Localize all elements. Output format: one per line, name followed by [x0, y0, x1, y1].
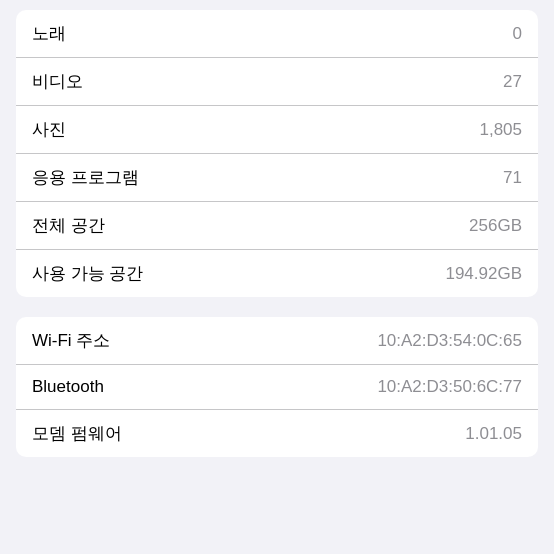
row-value: 27: [503, 72, 522, 92]
row-value: 1,805: [479, 120, 522, 140]
row-value: 1.01.05: [465, 424, 522, 444]
row-label: Bluetooth: [32, 377, 104, 397]
table-row: 응용 프로그램71: [16, 154, 538, 202]
row-value: 194.92GB: [445, 264, 522, 284]
row-label: Wi-Fi 주소: [32, 329, 110, 352]
table-row: 전체 공간256GB: [16, 202, 538, 250]
row-label: 모뎀 펌웨어: [32, 422, 122, 445]
row-value: 71: [503, 168, 522, 188]
row-label: 사용 가능 공간: [32, 262, 143, 285]
table-row: 모뎀 펌웨어1.01.05: [16, 410, 538, 457]
row-label: 노래: [32, 22, 66, 45]
storage-section: 노래0비디오27사진1,805응용 프로그램71전체 공간256GB사용 가능 …: [16, 10, 538, 297]
row-value: 256GB: [469, 216, 522, 236]
row-label: 전체 공간: [32, 214, 105, 237]
row-label: 사진: [32, 118, 66, 141]
table-row: 비디오27: [16, 58, 538, 106]
table-row: 사진1,805: [16, 106, 538, 154]
row-value: 0: [513, 24, 522, 44]
table-row: 사용 가능 공간194.92GB: [16, 250, 538, 297]
row-value: 10:A2:D3:50:6C:77: [377, 377, 522, 397]
table-row: Wi-Fi 주소10:A2:D3:54:0C:65: [16, 317, 538, 365]
row-label: 응용 프로그램: [32, 166, 139, 189]
table-row: 노래0: [16, 10, 538, 58]
network-section: Wi-Fi 주소10:A2:D3:54:0C:65Bluetooth10:A2:…: [16, 317, 538, 457]
row-value: 10:A2:D3:54:0C:65: [377, 331, 522, 351]
table-row: Bluetooth10:A2:D3:50:6C:77: [16, 365, 538, 410]
row-label: 비디오: [32, 70, 83, 93]
